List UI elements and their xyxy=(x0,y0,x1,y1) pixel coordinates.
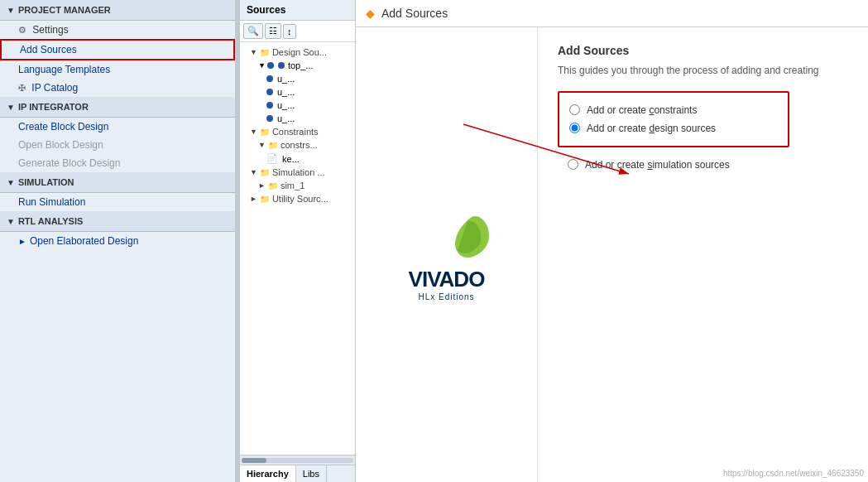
scrollbar-track xyxy=(242,458,353,463)
tree-item-constraints[interactable]: ▼ 📁 Constraints xyxy=(240,125,355,138)
section-label: IP INTEGRATOR xyxy=(18,102,89,112)
vivado-hl-text: HLx Editions xyxy=(418,292,474,301)
watermark: https://blog.csdn.net/weixin_46623350 xyxy=(723,469,864,478)
sidebar-item-open-block-design: Open Block Design xyxy=(0,136,235,154)
sidebar-item-language-templates[interactable]: Language Templates xyxy=(0,60,235,79)
vivado-logo-svg xyxy=(397,209,496,275)
instance-icon xyxy=(266,115,273,122)
chevron-right-icon: ► xyxy=(250,195,257,203)
dialog-title: Add Sources xyxy=(381,7,448,20)
radio-constraints[interactable] xyxy=(569,104,580,115)
vivado-text: VIVADO xyxy=(409,267,485,292)
vivado-icon: ◆ xyxy=(366,7,375,20)
tab-hierarchy[interactable]: Hierarchy xyxy=(240,465,296,482)
sidebar-item-open-elaborated-design[interactable]: ► Open Elaborated Design xyxy=(0,232,235,250)
filter-button[interactable]: ☷ xyxy=(265,23,281,39)
scrollbar-thumb[interactable] xyxy=(242,458,266,463)
subfolder-icon: 📁 xyxy=(268,141,278,150)
section-simulation[interactable]: ▼ SIMULATION xyxy=(0,172,235,193)
sidebar-item-run-simulation[interactable]: Run Simulation xyxy=(0,193,235,211)
chevron-right-icon: ► xyxy=(18,237,26,246)
pin-icon: ✠ xyxy=(18,83,26,93)
search-button[interactable]: 🔍 xyxy=(243,23,263,39)
chevron-icon: ▼ xyxy=(258,61,266,70)
sidebar-item-create-block-design[interactable]: Create Block Design xyxy=(0,118,235,136)
tree-item-utility-sources[interactable]: ► 📁 Utility Sourc... xyxy=(240,192,355,205)
chevron-right-icon: ► xyxy=(258,181,266,190)
folder-icon: 📁 xyxy=(260,168,270,177)
radio-option-simulation[interactable]: Add or create simulation sources xyxy=(558,156,848,174)
instance-icon xyxy=(266,102,273,108)
radio-option-constraints[interactable]: Add or create constraints xyxy=(569,101,778,119)
vivado-logo-area: VIVADO HLx Editions xyxy=(356,27,538,482)
radio-label-design-sources: Add or create design sources xyxy=(587,123,716,134)
chevron-icon: ▼ xyxy=(7,178,15,187)
tree-item-u2[interactable]: u_... xyxy=(240,85,355,99)
module-dot-icon xyxy=(278,62,285,69)
chevron-icon: ▼ xyxy=(7,103,15,112)
tree-item-key-file[interactable]: 📄 ke... xyxy=(240,152,355,166)
sources-tree: ▼ 📁 Design Sou... ▼ top_... u_... u_... xyxy=(240,42,355,455)
folder-icon: 📁 xyxy=(260,48,270,57)
chevron-icon: ▼ xyxy=(7,217,15,226)
tab-libs[interactable]: Libs xyxy=(296,465,327,482)
radio-design-sources[interactable] xyxy=(569,123,580,133)
dialog-section-title: Add Sources xyxy=(558,44,848,57)
sidebar-item-ip-catalog[interactable]: ✠ IP Catalog xyxy=(0,79,235,97)
sidebar: ▼ PROJECT MANAGER ⚙ Settings Add Sources… xyxy=(0,0,236,482)
dialog-content: VIVADO HLx Editions Add Sources This gui… xyxy=(356,27,868,482)
sidebar-item-add-sources[interactable]: Add Sources xyxy=(0,39,235,60)
chevron-icon: ▼ xyxy=(258,141,266,149)
tree-item-constrs[interactable]: ▼ 📁 constrs... xyxy=(240,138,355,152)
section-rtl-analysis[interactable]: ▼ RTL ANALYSIS xyxy=(0,211,235,232)
tree-item-design-sources[interactable]: ▼ 📁 Design Sou... xyxy=(240,46,355,59)
tree-item-u3[interactable]: u_... xyxy=(240,99,355,112)
vivado-logo: VIVADO HLx Editions xyxy=(397,209,496,301)
subfolder-icon: 📁 xyxy=(268,181,278,190)
tree-item-top[interactable]: ▼ top_... xyxy=(240,59,355,72)
dialog-wrapper: ◆ Add Sources VIVADO xyxy=(356,0,868,482)
chevron-icon: ▼ xyxy=(250,168,257,176)
dialog-right: Add Sources This guides you through the … xyxy=(538,27,868,482)
section-ip-integrator[interactable]: ▼ IP INTEGRATOR xyxy=(0,97,235,118)
chevron-icon: ▼ xyxy=(250,48,257,56)
radio-label-simulation: Add or create simulation sources xyxy=(585,159,730,171)
instance-icon xyxy=(266,89,273,95)
tree-item-simulation[interactable]: ▼ 📁 Simulation ... xyxy=(240,166,355,179)
section-label: RTL ANALYSIS xyxy=(18,216,83,226)
sidebar-item-generate-block-design: Generate Block Design xyxy=(0,154,235,172)
gear-icon: ⚙ xyxy=(18,25,26,35)
section-label: PROJECT MANAGER xyxy=(18,5,111,15)
dialog-titlebar: ◆ Add Sources xyxy=(356,0,868,27)
chevron-icon: ▼ xyxy=(250,128,257,136)
radio-simulation-sources[interactable] xyxy=(568,159,578,170)
sidebar-item-settings[interactable]: ⚙ Settings xyxy=(0,21,235,39)
sources-panel: Sources 🔍 ☷ ↕ ▼ 📁 Design Sou... ▼ top_..… xyxy=(240,0,356,482)
folder-icon: 📁 xyxy=(260,128,270,137)
sort-button[interactable]: ↕ xyxy=(283,24,296,39)
sources-panel-title: Sources xyxy=(240,0,355,21)
radio-option-design-sources[interactable]: Add or create design sources xyxy=(569,119,778,137)
section-project-manager[interactable]: ▼ PROJECT MANAGER xyxy=(0,0,235,21)
sources-toolbar: 🔍 ☷ ↕ xyxy=(240,21,355,42)
chevron-icon: ▼ xyxy=(7,6,15,15)
dialog-description: This guides you through the process of a… xyxy=(558,64,848,78)
tree-item-u1[interactable]: u_... xyxy=(240,72,355,85)
radio-label-constraints: Add or create constraints xyxy=(587,104,697,116)
sources-tabs: Hierarchy Libs xyxy=(240,465,355,482)
options-box: Add or create constraints Add or create … xyxy=(558,91,789,147)
tree-item-sim1[interactable]: ► 📁 sim_1 xyxy=(240,179,355,192)
module-icon xyxy=(267,62,274,69)
section-label: SIMULATION xyxy=(18,177,74,187)
folder-icon: 📁 xyxy=(260,195,270,204)
tree-item-u4[interactable]: u_... xyxy=(240,112,355,125)
instance-icon xyxy=(266,75,273,82)
file-icon: 📄 xyxy=(266,153,278,164)
sources-horizontal-scrollbar[interactable] xyxy=(240,455,355,465)
dialog-area: ◆ Add Sources VIVADO xyxy=(356,0,868,482)
